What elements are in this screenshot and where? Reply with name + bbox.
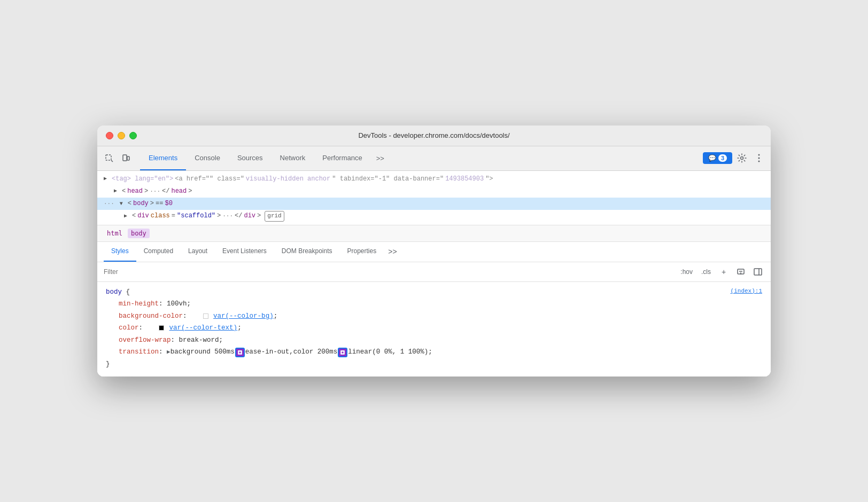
bg-color-swatch[interactable] xyxy=(203,313,208,319)
hov-button[interactable]: :hov xyxy=(678,267,695,277)
style-tab-styles[interactable]: Styles xyxy=(104,241,136,262)
css-prop-color: color: var(--color-text); xyxy=(106,322,762,334)
div-expand-icon[interactable]: ▶ xyxy=(124,212,130,221)
breadcrumb-bar: html body xyxy=(97,225,771,242)
devtools-toolbar: Elements Console Sources Network Perform… xyxy=(97,146,771,171)
style-tab-event-listeners[interactable]: Event Listeners xyxy=(215,241,274,262)
minimize-button[interactable] xyxy=(118,132,125,139)
close-button[interactable] xyxy=(106,132,113,139)
head-expand-icon[interactable]: ▶ xyxy=(114,187,120,195)
force-state-button[interactable] xyxy=(734,265,747,278)
more-options-button[interactable] xyxy=(751,151,766,166)
body-expand-icon[interactable]: ▼ xyxy=(120,200,126,208)
css-prop-background-color: background-color: var(--color-bg); xyxy=(106,310,762,323)
dom-tree: ▶ <tag> lang="en"> <a href="" class=" vi… xyxy=(97,171,771,225)
css-selector: body xyxy=(106,288,126,296)
dom-faded-line: ▶ <tag> lang="en"> <a href="" class=" vi… xyxy=(97,173,771,185)
feedback-button[interactable]: 💬 3 xyxy=(703,152,732,164)
tab-console[interactable]: Console xyxy=(186,146,229,170)
tab-performance[interactable]: Performance xyxy=(314,146,370,170)
style-tab-computed[interactable]: Computed xyxy=(136,241,181,262)
devtools-main: ▶ <tag> lang="en"> <a href="" class=" vi… xyxy=(97,171,771,377)
svg-rect-0 xyxy=(106,155,111,160)
svg-point-7 xyxy=(758,161,760,162)
color-picker-swatch-1[interactable] xyxy=(235,348,245,357)
cls-button[interactable]: .cls xyxy=(699,267,713,277)
grid-badge[interactable]: grid xyxy=(265,211,284,222)
inspect-element-button[interactable] xyxy=(102,151,117,166)
svg-line-1 xyxy=(111,160,113,162)
feedback-badge: 3 xyxy=(718,154,727,162)
transition-expand-icon[interactable]: ▶ xyxy=(167,347,170,358)
styles-panel: Styles Computed Layout Event Listeners D… xyxy=(97,242,771,377)
breadcrumb-body[interactable]: body xyxy=(128,229,150,238)
svg-point-6 xyxy=(758,158,760,159)
svg-point-5 xyxy=(758,154,760,156)
dom-body-line[interactable]: ··· ▼ <body> == $0 xyxy=(97,198,771,210)
color-picker-swatch-2[interactable] xyxy=(338,348,347,357)
filter-input[interactable] xyxy=(104,268,674,276)
text-color-swatch[interactable] xyxy=(159,325,164,331)
css-rules-area: (index):1 body { min-height: 100vh; back… xyxy=(97,282,771,377)
style-tab-dom-breakpoints[interactable]: DOM Breakpoints xyxy=(274,241,340,262)
tab-network[interactable]: Network xyxy=(272,146,314,170)
style-tab-properties[interactable]: Properties xyxy=(340,241,384,262)
device-toolbar-button[interactable] xyxy=(119,151,134,166)
svg-rect-3 xyxy=(127,156,129,160)
svg-rect-2 xyxy=(123,155,127,161)
text-color-var-link[interactable]: var(--color-text) xyxy=(169,324,238,332)
feedback-icon: 💬 xyxy=(708,154,716,162)
css-rule-header: (index):1 body { xyxy=(106,286,762,299)
dom-head-line: ▶ <head> ··· </head> xyxy=(97,185,771,198)
add-class-button[interactable]: + xyxy=(717,265,730,278)
styles-more-tabs-button[interactable]: >> xyxy=(386,247,399,256)
css-prop-overflow-wrap: overflow-wrap: break-word; xyxy=(106,334,762,347)
toolbar-right: 💬 3 xyxy=(703,151,766,166)
titlebar: DevTools - developer.chrome.com/docs/dev… xyxy=(97,126,771,146)
breadcrumb-html[interactable]: html xyxy=(104,229,126,238)
toolbar-icons xyxy=(102,151,134,166)
css-rule-body: (index):1 body { min-height: 100vh; back… xyxy=(106,286,762,371)
settings-button[interactable] xyxy=(734,151,749,166)
tab-sources[interactable]: Sources xyxy=(229,146,272,170)
filter-bar: :hov .cls + xyxy=(97,262,771,282)
css-prop-transition: transition: ▶ background 500ms ease-in-o… xyxy=(106,346,762,358)
maximize-button[interactable] xyxy=(129,132,137,139)
svg-point-4 xyxy=(741,157,743,160)
tab-elements[interactable]: Elements xyxy=(140,146,186,170)
svg-rect-11 xyxy=(754,269,762,275)
css-prop-min-height: min-height: 100vh; xyxy=(106,298,762,310)
style-tab-layout[interactable]: Layout xyxy=(181,241,215,262)
more-tabs-button[interactable]: >> xyxy=(371,150,390,167)
bg-color-var-link[interactable]: var(--color-bg) xyxy=(213,312,274,320)
filter-actions: :hov .cls + xyxy=(678,265,764,278)
traffic-lights xyxy=(106,132,137,139)
main-tabs: Elements Console Sources Network Perform… xyxy=(140,146,703,170)
css-rule-close: } xyxy=(106,358,762,371)
toggle-sidebar-button[interactable] xyxy=(751,265,764,278)
devtools-window: DevTools - developer.chrome.com/docs/dev… xyxy=(97,126,771,377)
expand-icon[interactable]: ▶ xyxy=(104,175,110,183)
css-source-link[interactable]: (index):1 xyxy=(731,286,762,297)
styles-subtabs: Styles Computed Layout Event Listeners D… xyxy=(97,242,771,262)
dom-div-line: ▶ <div class="scaffold" > ··· </div> gri… xyxy=(97,210,771,223)
window-title: DevTools - developer.chrome.com/docs/dev… xyxy=(358,131,509,139)
